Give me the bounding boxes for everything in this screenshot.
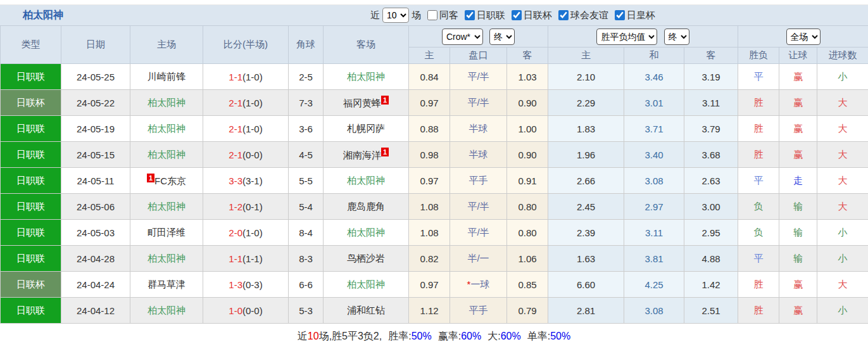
handicap-line-cell: 半球 [450,142,507,168]
away-team-cell: 湘南海洋1 [324,142,409,168]
score-cell: 2-1(1-0) [203,90,289,116]
half-time-score: (0-3) [242,279,263,290]
half-time-score: (0-0) [242,149,263,160]
footer-single-rate-label: 单率: [527,330,550,343]
avg-away-odds-cell: 2.51 [684,298,738,324]
odds-group-header: Crow* 终 [409,26,548,48]
team-name: 柏太阳神 [347,175,385,186]
handicap-away-odds-cell: 0.90 [507,90,548,116]
avg-draw-odds-cell: 3.81 [624,246,684,272]
outcome-result-cell: 胜 [738,272,779,298]
avg-away-odds-cell: 3.68 [684,142,738,168]
avg-state-select[interactable]: 终 [664,29,689,45]
avg-away-odds-cell: 3.00 [684,194,738,220]
home-team-cell: 柏太阳神 [130,116,203,142]
handicap-result-cell: 输 [779,194,817,220]
corners-cell: 5-3 [289,298,324,324]
score-cell: 1-1(1-1) [203,246,289,272]
league-cup-checkbox[interactable] [512,10,522,20]
handicap-result-cell: 赢 [779,116,817,142]
avg-home-odds-cell: 2.66 [548,168,624,194]
goals-result-cell: 小 [817,246,868,272]
league-filter-j1: 日职联 [461,10,505,22]
full-time-score: 2-1 [229,98,242,108]
away-team-cell: 鹿岛鹿角 [324,194,409,220]
avg-draw-odds-cell: 3.01 [624,90,684,116]
corners-cell: 5-5 [289,168,324,194]
avg-draw-odds-cell: 3.71 [624,116,684,142]
league-filter-cup: 日联杯 [508,10,552,22]
away-team-cell: 福冈黄蜂1 [324,90,409,116]
outcome-result-cell: 负 [738,220,779,246]
away-team-cell: 札幌冈萨 [324,116,409,142]
corners-cell: 8-4 [289,220,324,246]
away-team-cell: 浦和红钻 [324,298,409,324]
match-count-select[interactable]: 10 [382,8,409,23]
half-time-score: (0-0) [242,305,263,316]
league-emperor-cup-checkbox[interactable] [615,10,625,20]
home-team-cell: 柏太阳神 [130,298,203,324]
avg-draw-odds-cell: 2.97 [624,194,684,220]
half-time-score: (1-0) [242,124,263,134]
avg-home-odds-cell: 2.81 [548,298,624,324]
avg-type-select[interactable]: 胜平负均值 [596,29,657,45]
near-label: 近 [370,10,380,22]
league-type-cell: 日职联 [1,64,61,90]
avg-draw-odds-cell: 3.46 [624,64,684,90]
league-type-cell: 日职联 [1,220,61,246]
handicap-home-odds-cell: 0.97 [409,168,450,194]
col-header-handicap-result: 让球 [779,48,817,64]
odds-company-select[interactable]: Crow* [442,29,483,45]
handicap-line-cell: 平/半 [450,64,507,90]
league-type-cell: 日职联 [1,194,61,220]
corners-cell: 5-4 [289,194,324,220]
handicap-line-text: 半球 [469,149,488,160]
score-cell: 1-2(0-1) [203,194,289,220]
handicap-line-text: 平/半 [467,71,489,82]
full-time-score: 2-0 [229,227,242,238]
outcome-result-cell: 负 [738,194,779,220]
avg-away-odds-cell: 2.95 [684,220,738,246]
home-team-cell: 柏太阳神 [130,194,203,220]
league-type-cell: 日职联 [1,168,61,194]
goals-result-cell: 小 [817,298,868,324]
same-away-filter: 同客 [424,10,458,22]
col-header-away: 客场 [324,26,409,64]
avg-home-odds-cell: 2.45 [548,194,624,220]
home-team-cell: 群马草津 [130,272,203,298]
matches-table: 类型 日期 主场 比分(半场) 角球 客场 Crow* 终 胜平负均值 终 全场 [0,25,868,324]
same-away-checkbox[interactable] [427,10,437,20]
match-row: 日职联24-05-06柏太阳神1-2(0-1)5-4鹿岛鹿角1.08平/半0.8… [1,194,868,220]
result-scope-select[interactable]: 全场 [786,29,821,45]
handicap-home-odds-cell: 1.08 [409,220,450,246]
league-friendly-label: 球会友谊 [570,10,608,22]
handicap-home-odds-cell: 1.12 [409,298,450,324]
outcome-result-cell: 胜 [738,298,779,324]
league-j1-checkbox[interactable] [465,10,475,20]
avg-away-odds-cell: 3.11 [684,90,738,116]
team-name: 柏太阳神 [347,227,385,238]
handicap-result-cell: 输 [779,246,817,272]
match-date-cell: 24-05-22 [61,90,130,116]
handicap-result-cell: 赢 [779,90,817,116]
avg-home-odds-cell: 6.60 [548,272,624,298]
half-time-score: (1-0) [242,227,263,238]
team-name: 鹿岛鹿角 [347,201,385,212]
league-friendly-checkbox[interactable] [558,10,569,20]
corners-cell: 3-6 [289,116,324,142]
handicap-home-odds-cell: 0.88 [409,116,450,142]
handicap-line-cell: 平/半 [450,220,507,246]
outcome-result-cell: 胜 [738,142,779,168]
corners-cell: 6-6 [289,272,324,298]
team-name: 柏太阳神 [347,279,385,289]
goals-result-cell: 大 [817,168,868,194]
handicap-line-text: 一球 [470,279,489,289]
outcome-result-cell: 平 [738,168,779,194]
handicap-home-odds-cell: 0.97 [409,272,450,298]
col-header-odds-home: 主 [409,48,450,64]
team-name: 鸟栖沙岩 [347,253,385,263]
handicap-away-odds-cell: 0.80 [507,220,548,246]
odds-state-select[interactable]: 终 [489,29,515,45]
handicap-result-cell: 赢 [779,64,817,90]
league-filter-emperor-cup: 日皇杯 [611,10,655,22]
